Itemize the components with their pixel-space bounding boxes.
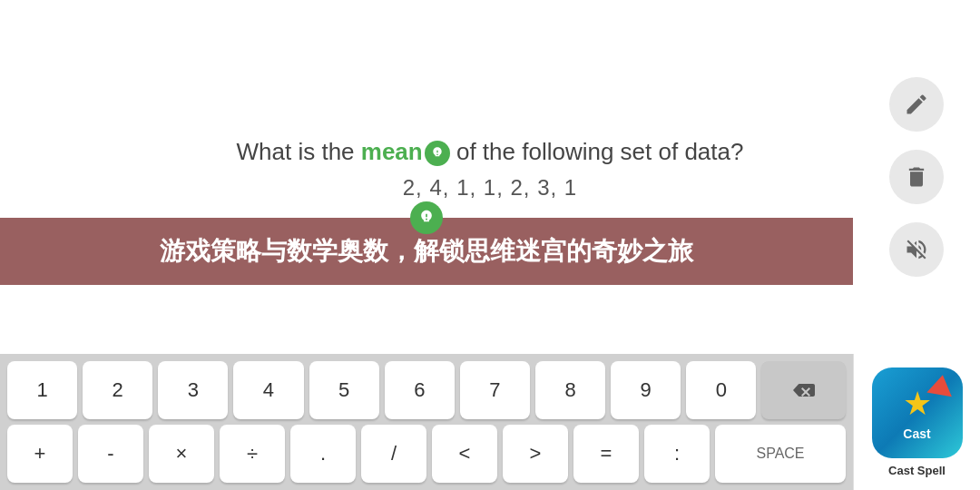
app-icon-area: ★ Cast (872, 368, 963, 458)
delete-button[interactable] (889, 150, 944, 204)
edit-button[interactable] (889, 77, 944, 132)
key-5[interactable]: 5 (309, 361, 379, 419)
key-colon[interactable]: : (644, 425, 710, 483)
question-text: What is the mean of the following set of… (237, 135, 744, 168)
key-dot[interactable]: . (290, 425, 356, 483)
banner: 游戏策略与数学奥数，解锁思维迷宫的奇妙之旅 (0, 218, 853, 285)
key-8[interactable]: 8 (535, 361, 605, 419)
question-container: What is the mean of the following set of… (237, 135, 744, 201)
key-row-2: + - × ÷ . / < > = : SPACE (7, 425, 846, 483)
key-6[interactable]: 6 (385, 361, 455, 419)
key-backspace[interactable] (761, 361, 846, 419)
key-1[interactable]: 1 (7, 361, 77, 419)
question-prefix: What is the (237, 138, 361, 165)
key-slash[interactable]: / (361, 425, 426, 483)
key-7[interactable]: 7 (460, 361, 530, 419)
app-name-label: Cast Spell (888, 464, 946, 477)
key-greater[interactable]: > (503, 425, 568, 483)
dataset: 2, 4, 1, 1, 2, 3, 1 (237, 175, 744, 201)
key-minus[interactable]: - (78, 425, 143, 483)
key-0[interactable]: 0 (686, 361, 756, 419)
key-space[interactable]: SPACE (715, 425, 846, 483)
app-icon-label: Cast (903, 426, 930, 441)
sidebar-icons (853, 0, 980, 354)
hint-icon[interactable] (425, 141, 450, 166)
mean-word: mean (361, 138, 423, 165)
key-multiply[interactable]: × (149, 425, 214, 483)
app-arrow-icon (926, 372, 955, 397)
key-plus[interactable]: + (7, 425, 73, 483)
cast-spell-app[interactable]: ★ Cast Cast Spell (853, 354, 980, 490)
keyboard-area: 1 2 3 4 5 6 7 8 9 0 + - × ÷ . / < > = : … (0, 354, 853, 490)
banner-icon (410, 201, 443, 234)
key-row-1: 1 2 3 4 5 6 7 8 9 0 (7, 361, 846, 419)
key-3[interactable]: 3 (158, 361, 228, 419)
main-content: What is the mean of the following set of… (0, 0, 980, 354)
key-2[interactable]: 2 (83, 361, 152, 419)
key-less[interactable]: < (432, 425, 497, 483)
banner-text: 游戏策略与数学奥数，解锁思维迷宫的奇妙之旅 (160, 234, 693, 269)
key-4[interactable]: 4 (233, 361, 303, 419)
mute-button[interactable] (889, 222, 944, 277)
key-divide[interactable]: ÷ (220, 425, 285, 483)
question-suffix: of the following set of data? (450, 138, 744, 165)
key-equals[interactable]: = (573, 425, 639, 483)
key-9[interactable]: 9 (611, 361, 681, 419)
